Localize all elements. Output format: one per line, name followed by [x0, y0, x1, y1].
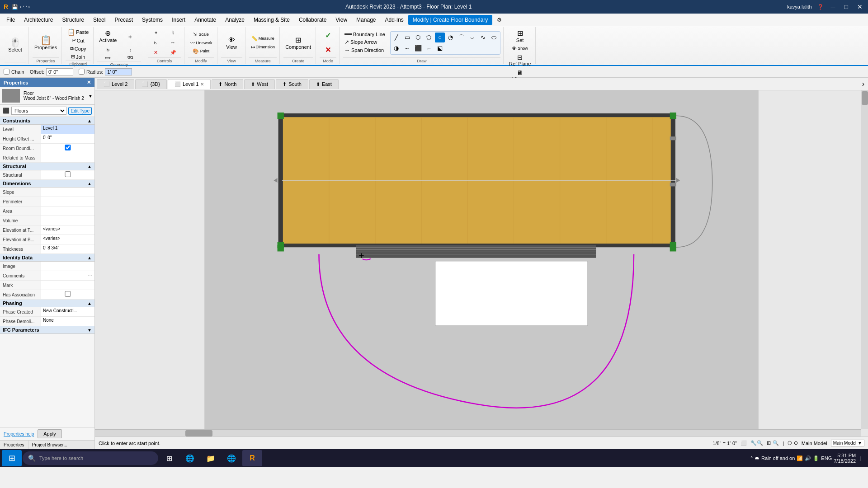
- menu-precast[interactable]: Precast: [110, 15, 137, 25]
- tab-west[interactable]: ⬆ West: [244, 79, 275, 89]
- tab-3d[interactable]: ⬜ {3D}: [135, 79, 166, 89]
- structural-section[interactable]: Structural ▲: [0, 163, 94, 170]
- explorer-btn[interactable]: 📁: [201, 450, 221, 466]
- join-btn[interactable]: ⊞Join: [69, 53, 87, 61]
- menu-analyze[interactable]: Analyze: [221, 15, 249, 25]
- component-btn[interactable]: ⊞ Component: [283, 35, 313, 51]
- menu-addins[interactable]: Add-Ins: [380, 15, 408, 25]
- comments-value[interactable]: ⋯: [41, 271, 94, 280]
- radius-input[interactable]: [105, 68, 132, 75]
- revit-btn[interactable]: R: [242, 450, 262, 466]
- ref-plane-btn[interactable]: ⊟ Ref Plane: [507, 53, 533, 67]
- circle-tool[interactable]: ○: [435, 33, 445, 42]
- zoom-extents[interactable]: ⊞: [767, 440, 771, 446]
- pin-btn[interactable]: 📌: [165, 49, 181, 56]
- close-btn[interactable]: ✕: [855, 3, 864, 10]
- edit-type-btn[interactable]: Edit Type: [68, 107, 92, 115]
- set-workplane-btn[interactable]: ⊞ Set: [512, 28, 528, 44]
- menu-annotate[interactable]: Annotate: [190, 15, 221, 25]
- activate-btn[interactable]: ⊕ Activate: [97, 28, 118, 46]
- extend-btn[interactable]: ↔: [165, 39, 181, 46]
- scale-btn[interactable]: ⇲ Scale: [191, 31, 211, 38]
- phase-created-value[interactable]: New Constructi...: [41, 307, 94, 316]
- dimensions-section[interactable]: Dimensions ▲: [0, 180, 94, 188]
- canvas-area[interactable]: [95, 90, 868, 436]
- paste-btn[interactable]: 📋 Paste: [66, 28, 90, 36]
- taskbar-search[interactable]: 🔍 Type here to search: [23, 451, 158, 465]
- tab-east[interactable]: ⬆ East: [309, 79, 339, 89]
- properties-help-link[interactable]: Properties help: [4, 432, 34, 436]
- properties-tab[interactable]: Properties: [0, 441, 28, 449]
- tab-level1-close[interactable]: ✕: [200, 82, 204, 87]
- show-workplane-btn[interactable]: 👁 Show: [510, 45, 530, 52]
- view-cube[interactable]: ⬡: [788, 440, 792, 446]
- edge-btn[interactable]: 🌐: [180, 450, 200, 466]
- array-btn[interactable]: ⧉⧉: [119, 54, 141, 61]
- rotate-btn[interactable]: ↻: [97, 47, 118, 53]
- offset-btn[interactable]: ↕: [119, 47, 141, 53]
- start-btn[interactable]: ⊞: [2, 450, 22, 466]
- del-btn[interactable]: ✕: [148, 49, 164, 56]
- slope-arrow-btn[interactable]: ↗ Slope Arrow: [343, 38, 387, 46]
- scroll-thumb-h[interactable]: [185, 430, 212, 436]
- task-view-btn[interactable]: ⊞: [159, 450, 179, 466]
- line-tool[interactable]: ╱: [392, 33, 401, 42]
- partial-ellipse-tool[interactable]: ◑: [392, 43, 401, 53]
- phasing-section[interactable]: Phasing ▲: [0, 300, 94, 307]
- cancel-mode-btn[interactable]: ✕: [322, 44, 335, 56]
- menu-architecture[interactable]: Architecture: [19, 15, 57, 25]
- menu-massing[interactable]: Massing & Site: [249, 15, 294, 25]
- has-assoc-value[interactable]: [41, 290, 94, 299]
- redo-btn[interactable]: ↪: [26, 4, 30, 10]
- comments-input[interactable]: [43, 273, 88, 278]
- chain-checkbox[interactable]: [4, 69, 9, 75]
- radius-checkbox[interactable]: [79, 69, 85, 75]
- properties-close-btn[interactable]: ✕: [87, 80, 91, 85]
- comments-expand[interactable]: ⋯: [88, 273, 92, 278]
- help-icon[interactable]: ❓: [817, 4, 824, 10]
- spline-tool[interactable]: ∿: [478, 33, 488, 42]
- has-assoc-checkbox[interactable]: [43, 291, 93, 297]
- boundary-line-btn[interactable]: Boundary Line: [343, 31, 387, 38]
- scrollbar-horizontal[interactable]: [95, 429, 861, 436]
- menu-insert[interactable]: Insert: [167, 15, 190, 25]
- scrollbar-vertical[interactable]: [861, 90, 868, 429]
- undo-btn[interactable]: ↩: [20, 4, 24, 10]
- menu-options[interactable]: ⚙: [492, 15, 506, 25]
- finish-mode-btn[interactable]: ✓: [322, 29, 335, 42]
- category-select[interactable]: Floors: [11, 107, 66, 115]
- properties-ribbon-btn[interactable]: 📋 Properties: [33, 29, 59, 56]
- pick-walls-tool[interactable]: ⬛: [413, 43, 423, 53]
- fillet-tool[interactable]: ⌣: [467, 33, 477, 42]
- move-btn[interactable]: ✛: [119, 34, 141, 40]
- offset-input[interactable]: [46, 68, 73, 75]
- menu-collaborate[interactable]: Collaborate: [294, 15, 331, 25]
- menu-manage[interactable]: Manage: [352, 15, 380, 25]
- pick-face-tool[interactable]: ⬕: [435, 43, 445, 53]
- tabs-scroll-right[interactable]: ›: [859, 80, 868, 88]
- mirror-btn[interactable]: ⟺: [97, 55, 118, 61]
- arc-tangent-tool[interactable]: ⌒: [457, 33, 467, 42]
- spline-pts-tool[interactable]: ∽: [402, 43, 412, 53]
- tab-level2[interactable]: ⬜ Level 2: [97, 79, 134, 89]
- ifc-section[interactable]: IFC Parameters ▼: [0, 326, 94, 334]
- paint-btn[interactable]: 🎨 Paint: [191, 47, 212, 55]
- save-btn[interactable]: 💾: [12, 4, 18, 10]
- trim-btn[interactable]: ⊾: [148, 39, 164, 47]
- room-boundary-checkbox[interactable]: [43, 145, 93, 150]
- circumscribed-poly-tool[interactable]: ⬠: [424, 33, 434, 42]
- scroll-thumb-v[interactable]: [862, 91, 868, 105]
- apply-btn[interactable]: Apply: [38, 429, 62, 438]
- tab-north[interactable]: ⬆ North: [212, 79, 243, 89]
- menu-systems[interactable]: Systems: [137, 15, 167, 25]
- chrome-btn[interactable]: 🌐: [222, 450, 241, 466]
- span-direction-btn[interactable]: ↔ Span Direction: [343, 47, 387, 54]
- tray-chevron[interactable]: ^: [750, 456, 753, 461]
- zoom-in[interactable]: 🔍: [773, 440, 779, 446]
- project-browser-tab[interactable]: Project Browser...: [28, 441, 71, 449]
- tab-level1[interactable]: ⬜ Level 1 ✕: [168, 79, 211, 89]
- level-value[interactable]: Level 1: [41, 125, 94, 134]
- steering-wheel[interactable]: ⊙: [794, 440, 798, 446]
- copy-btn[interactable]: ⧉Copy: [68, 45, 88, 52]
- structural-checkbox[interactable]: [43, 171, 93, 177]
